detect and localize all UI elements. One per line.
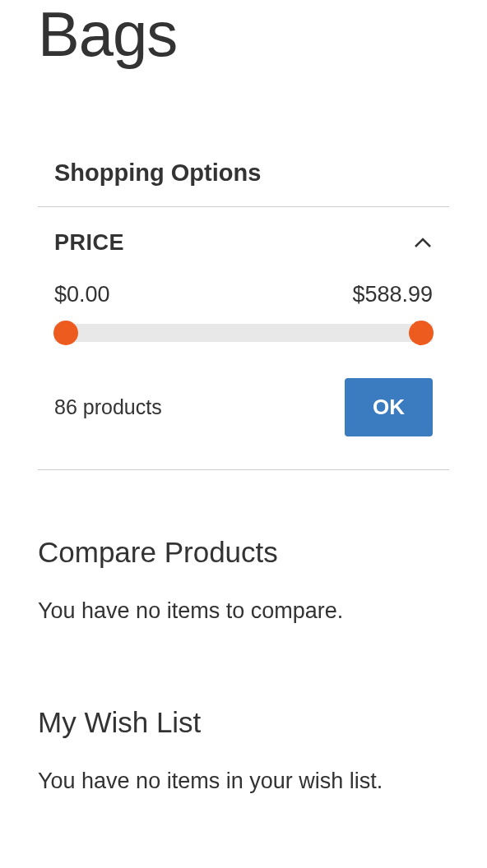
price-min-label: $0.00	[54, 282, 110, 307]
price-slider[interactable]	[54, 321, 433, 345]
slider-handle-min[interactable]	[53, 321, 78, 345]
slider-handle-max[interactable]	[409, 321, 434, 345]
price-filter-label: PRICE	[54, 230, 124, 256]
price-filter-footer: 86 products OK	[54, 378, 433, 436]
price-filter-toggle[interactable]: PRICE	[54, 230, 433, 256]
shopping-options-heading: Shopping Options	[38, 159, 449, 206]
wishlist-block: My Wish List You have no items in your w…	[38, 706, 449, 794]
wishlist-heading: My Wish List	[38, 706, 449, 739]
price-max-label: $588.99	[352, 282, 433, 307]
slider-track	[54, 324, 433, 342]
compare-products-block: Compare Products You have no items to co…	[38, 536, 449, 624]
sidebar: Shopping Options PRICE $0.00 $588.99 86 …	[0, 159, 487, 794]
chevron-up-icon	[413, 233, 433, 252]
compare-products-heading: Compare Products	[38, 536, 449, 569]
price-filter-section: PRICE $0.00 $588.99 86 products OK	[38, 206, 449, 470]
product-count: 86 products	[54, 395, 162, 419]
price-range-display: $0.00 $588.99	[54, 282, 433, 307]
compare-empty-text: You have no items to compare.	[38, 598, 449, 624]
page-title: Bags	[0, 0, 487, 69]
ok-button[interactable]: OK	[345, 378, 433, 436]
wishlist-empty-text: You have no items in your wish list.	[38, 769, 449, 794]
